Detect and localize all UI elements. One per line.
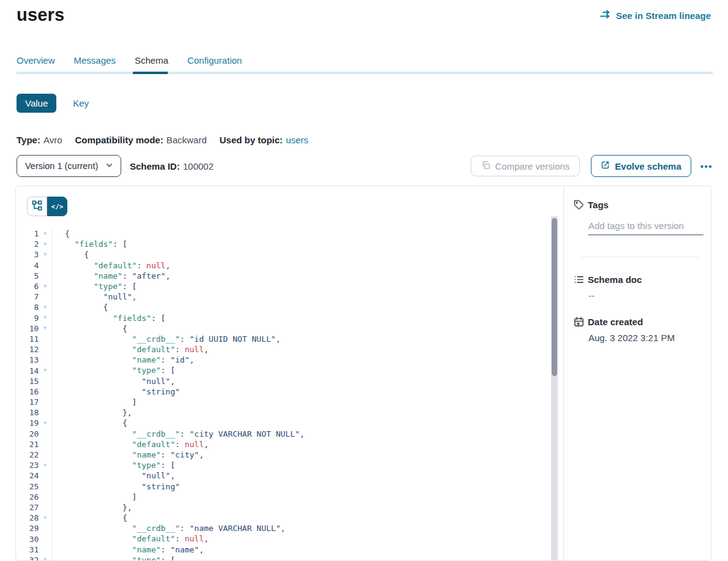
code-text: "__crdb__": "city VARCHAR NOT NULL", [52,429,551,439]
version-bar: Version 1 (current) Schema ID:100002 Com… [17,155,713,177]
code-line: 1▼{ [16,228,551,239]
line-number: 18 [16,408,39,417]
editor-scrollbar-thumb[interactable] [552,218,557,376]
calendar-plus-icon [574,317,584,327]
gutter: 32▼ [16,555,52,560]
version-select[interactable]: Version 1 (current) [17,155,121,177]
line-number: 1 [16,229,39,238]
code-text: "string" [52,386,551,397]
code-line: 26 ] [16,492,551,502]
code-line: 27 }, [16,502,551,513]
code-text: }, [52,407,551,418]
tab-schema[interactable]: Schema [135,55,168,66]
gutter: 19▼ [16,418,52,428]
page-title: users [17,5,64,25]
fold-arrow-icon[interactable]: ▼ [39,326,51,331]
code-line: 3▼ { [16,249,551,260]
meta-label: Compatibility mode: [75,135,163,145]
schema-id-value: 100002 [183,161,214,171]
line-number: 3 [16,250,39,259]
meta-label: Type: [17,135,40,145]
meta-item: Used by topic:users [220,135,309,145]
code-line: 24 "null", [16,470,551,481]
add-tags-input[interactable] [588,220,704,235]
line-number: 6 [16,282,39,291]
fold-arrow-icon[interactable]: ▼ [39,284,51,289]
fold-arrow-icon[interactable]: ▼ [39,252,51,257]
code-text: "default": null, [52,344,551,355]
code-line: 2▼ "fields": [ [16,239,551,249]
meta-value-link[interactable]: users [286,135,309,145]
gutter: 1▼ [16,228,52,239]
tab-configuration[interactable]: Configuration [187,55,242,66]
value-toggle-button[interactable]: Value [17,94,56,113]
fold-arrow-icon[interactable]: ▼ [39,315,51,320]
code-line: 15 "null", [16,376,551,386]
schema-sidebar: Tags Schema doc -- Date created Aug. 3 2… [563,186,711,560]
fold-arrow-icon[interactable]: ▼ [39,242,51,247]
gutter: 27 [16,502,52,513]
code-line: 25 "string" [16,481,551,492]
lineage-link-label: See in Stream lineage [616,10,711,21]
meta-label: Used by topic: [220,135,283,145]
schema-editor: </> 1▼{2▼ "fields": [3▼ {4 "default": nu… [16,186,563,560]
key-toggle-link[interactable]: Key [73,98,89,108]
fold-arrow-icon[interactable]: ▼ [39,305,51,310]
line-number: 19 [16,418,39,427]
fold-arrow-icon[interactable]: ▼ [39,463,51,468]
code-line: 16 "string" [16,386,551,397]
code-text: "type": [ [52,555,551,560]
sidebar-divider [581,257,699,257]
tree-view-button[interactable] [27,197,47,216]
tag-icon [574,200,584,210]
schema-page: users See in Stream lineage OverviewMess… [0,0,728,561]
fold-arrow-icon[interactable]: ▼ [39,516,51,521]
gutter: 5 [16,271,52,281]
code-text: "type": [ [52,365,551,375]
gutter: 12 [16,344,52,355]
code-text: "type": [ [52,460,551,470]
line-number: 27 [16,503,39,512]
line-number: 5 [16,271,39,280]
code-line: 20 "__crdb__": "city VARCHAR NOT NULL", [16,429,551,439]
code-view-button[interactable]: </> [47,197,67,216]
editor-view-toggle: </> [27,197,67,216]
code-line: 11 "__crdb__": "id UUID NOT NULL", [16,334,551,344]
line-number: 26 [16,492,39,502]
code-line: 4 "default": null, [16,260,551,271]
code-line: 17 ] [16,397,551,407]
date-created-heading-label: Date created [588,317,643,327]
code-text: "name": "id", [52,355,551,365]
fold-arrow-icon[interactable]: ▼ [39,421,51,426]
code-text: "default": null, [52,439,551,450]
more-options-button[interactable]: ••• [700,161,713,171]
code-text: "null", [52,470,551,481]
code-text: "string" [52,481,551,492]
code-view-icon: </> [51,203,64,211]
gutter: 3▼ [16,249,52,260]
code-text: "name": "after", [52,271,551,281]
tags-heading-label: Tags [588,200,609,210]
code-text: { [52,228,551,239]
fold-arrow-icon[interactable]: ▼ [39,232,51,236]
gutter: 23▼ [16,460,52,470]
code-line: 23▼ "type": [ [16,460,551,470]
tab-messages[interactable]: Messages [74,55,116,66]
line-number: 10 [16,324,39,333]
evolve-schema-button[interactable]: Evolve schema [591,155,691,177]
code-line: 28▼ { [16,513,551,523]
code-line: 32▼ "type": [ [16,555,551,560]
line-number: 9 [16,314,39,323]
code-line: 29 "__crdb__": "name VARCHAR NULL", [16,523,551,533]
meta-value: Avro [43,135,62,145]
compare-versions-button[interactable]: Compare versions [471,156,580,176]
line-number: 7 [16,292,39,301]
schema-code-area[interactable]: 1▼{2▼ "fields": [3▼ {4 "default": null,5… [16,228,551,560]
line-number: 24 [16,471,39,480]
see-in-stream-lineage-link[interactable]: See in Stream lineage [600,10,711,21]
fold-arrow-icon[interactable]: ▼ [39,368,51,373]
code-text: "name": "name", [52,544,551,555]
tab-overview[interactable]: Overview [17,55,55,66]
editor-scrollbar[interactable] [551,216,558,560]
fold-arrow-icon[interactable]: ▼ [39,557,51,560]
